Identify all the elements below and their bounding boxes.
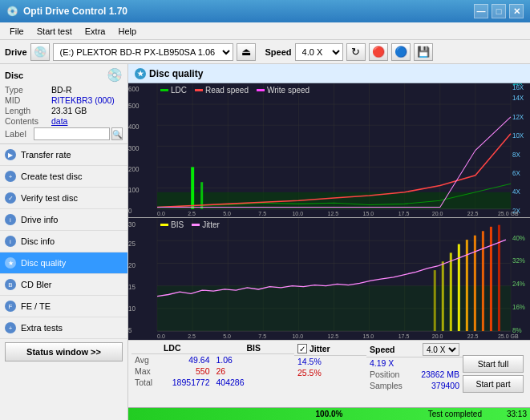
content-area: ★ Disc quality LDC Read speed	[128, 64, 530, 420]
titlebar-left: 💿 Opti Drive Control 1.70	[6, 6, 127, 17]
stats-jitter-max-row: 25.5%	[294, 367, 366, 378]
svg-text:500: 500	[128, 103, 140, 110]
svg-text:5.0: 5.0	[223, 211, 231, 217]
drive-eject-icon[interactable]: 💿	[30, 43, 50, 61]
stats-ldc-total-row: Total 18951772	[131, 377, 213, 388]
main-area: Disc 💿 Type BD-R MID RITEKBR3 (000) Leng…	[0, 64, 530, 420]
stats-speed-select[interactable]: 4.0 X	[423, 343, 459, 356]
stats-speed-avg: 4.19 X	[370, 358, 394, 368]
nav-extra-tests[interactable]: + Extra tests	[0, 317, 127, 339]
maximize-button[interactable]: □	[492, 4, 506, 18]
drive-label: Drive	[5, 47, 27, 57]
svg-text:20.0: 20.0	[432, 211, 443, 217]
svg-rect-71	[474, 236, 476, 331]
nav-icon-extra-tests: +	[5, 322, 16, 333]
nav-disc-info[interactable]: i Disc info	[0, 231, 127, 252]
stats-panel: LDC Avg 49.64 Max 550 Total 18951772	[128, 340, 530, 420]
svg-text:6X: 6X	[512, 170, 520, 177]
disc-contents-value[interactable]: data	[51, 116, 67, 126]
start-full-label: Start full	[478, 359, 509, 369]
stats-speed-avg-row: 4.19 X	[366, 357, 463, 369]
sidebar: Disc 💿 Type BD-R MID RITEKBR3 (000) Leng…	[0, 64, 128, 420]
speed-refresh-button[interactable]: ↻	[346, 43, 366, 61]
svg-text:0: 0	[128, 208, 132, 215]
legend-read-speed-label: Read speed	[205, 86, 249, 95]
stats-samples-val: 379400	[431, 381, 459, 390]
toolbar-btn-2[interactable]: 🔵	[391, 43, 411, 61]
start-part-button[interactable]: Start part	[463, 375, 524, 393]
stats-bis-max-row: 26	[213, 365, 295, 377]
nav-verify-test-disc[interactable]: ✓ Verify test disc	[0, 188, 127, 209]
drive-refresh-button[interactable]: ⏏	[237, 43, 256, 61]
stats-total-label: Total	[135, 378, 152, 387]
close-button[interactable]: ✕	[509, 4, 524, 18]
svg-rect-72	[482, 231, 484, 331]
disc-length-value: 23.31 GB	[51, 106, 87, 115]
svg-text:16%: 16%	[512, 303, 526, 311]
speed-select[interactable]: 4.0 X	[295, 43, 343, 61]
nav-disc-quality[interactable]: ★ Disc quality	[0, 252, 127, 274]
stats-ldc-total: 18951772	[172, 378, 210, 387]
stats-bis-total: 404286	[216, 378, 245, 387]
stats-speed-col: Speed 4.0 X 4.19 X Position 23862 MB Sam…	[366, 342, 463, 406]
nav-fe-te[interactable]: F FE / TE	[0, 296, 127, 317]
chart-ldc: LDC Read speed Write speed	[128, 83, 530, 218]
chart-bis: BIS Jitter	[128, 218, 530, 340]
menu-start-test[interactable]: Start test	[30, 25, 79, 38]
nav-icon-fe-te: F	[5, 301, 16, 312]
nav-drive-info[interactable]: i Drive info	[0, 209, 127, 231]
toolbar-btn-1[interactable]: 🔴	[369, 43, 388, 61]
start-part-label: Start part	[475, 379, 510, 389]
nav-cd-bler[interactable]: B CD Bler	[0, 274, 127, 296]
svg-text:18X: 18X	[512, 83, 523, 87]
drive-select[interactable]: (E:) PLEXTOR BD-R PX-LB950SA 1.06	[53, 43, 233, 61]
disc-length-label: Length	[5, 106, 51, 115]
menu-extra[interactable]: Extra	[79, 25, 112, 38]
svg-text:25: 25	[128, 240, 136, 248]
chart-ldc-svg: 0 100 200 300 400 500 600 2X 4X 6X 8X 10…	[128, 83, 530, 217]
stats-max-label: Max	[135, 366, 151, 376]
minimize-button[interactable]: —	[474, 4, 488, 18]
stats-bis-header: BIS	[213, 342, 295, 354]
menubar: File Start test Extra Help	[0, 22, 530, 40]
stats-ldc-avg: 49.64	[188, 355, 209, 365]
disc-mid-row: MID RITEKBR3 (000)	[5, 95, 123, 105]
stats-bis-avg: 1.06	[216, 355, 233, 365]
start-full-button[interactable]: Start full	[463, 355, 524, 373]
titlebar: 💿 Opti Drive Control 1.70 — □ ✕	[0, 0, 530, 22]
jitter-check-row: ✓ Jitter	[294, 342, 366, 356]
svg-text:2.5: 2.5	[188, 211, 196, 217]
nav-icon-verify-test-disc: ✓	[5, 192, 16, 204]
disc-length-row: Length 23.31 GB	[5, 106, 123, 115]
disc-header: Disc 💿	[5, 67, 123, 83]
chart-bis-svg: 5 10 15 20 25 30 8% 16% 24% 32% 40% 0.0 …	[128, 218, 530, 340]
svg-text:4X: 4X	[512, 188, 520, 196]
menu-help[interactable]: Help	[111, 25, 143, 38]
svg-rect-67	[442, 261, 444, 331]
svg-text:20: 20	[128, 261, 136, 269]
menu-file[interactable]: File	[3, 25, 30, 38]
svg-text:2.5: 2.5	[188, 333, 196, 340]
nav-icon-create-test-disc: +	[5, 171, 16, 182]
stats-position-label: Position	[370, 370, 399, 379]
svg-text:10: 10	[128, 305, 136, 313]
svg-text:17.5: 17.5	[399, 333, 410, 340]
svg-rect-74	[498, 225, 500, 331]
nav-create-test-disc[interactable]: + Create test disc	[0, 166, 127, 188]
toolbar-save-button[interactable]: 💾	[414, 43, 433, 61]
nav-icon-disc-info: i	[5, 236, 16, 247]
svg-text:300: 300	[128, 144, 140, 151]
nav-transfer-rate[interactable]: ▶ Transfer rate	[0, 144, 127, 166]
disc-label-button[interactable]: 🔍	[111, 127, 123, 140]
svg-text:12X: 12X	[512, 114, 524, 121]
legend-jitter: Jitter	[192, 220, 220, 229]
nav-label-verify-test-disc: Verify test disc	[21, 193, 78, 203]
disc-panel: Disc 💿 Type BD-R MID RITEKBR3 (000) Leng…	[0, 64, 127, 144]
disc-quality-header: ★ Disc quality	[128, 64, 530, 83]
nav-label-disc-info: Disc info	[21, 236, 55, 246]
disc-mid-value: RITEKBR3 (000)	[51, 95, 115, 105]
status-window-button[interactable]: Status window >>	[5, 342, 123, 361]
disc-label-input[interactable]	[34, 127, 110, 140]
jitter-checkbox[interactable]: ✓	[297, 344, 307, 353]
legend-ldc: LDC	[160, 86, 187, 95]
